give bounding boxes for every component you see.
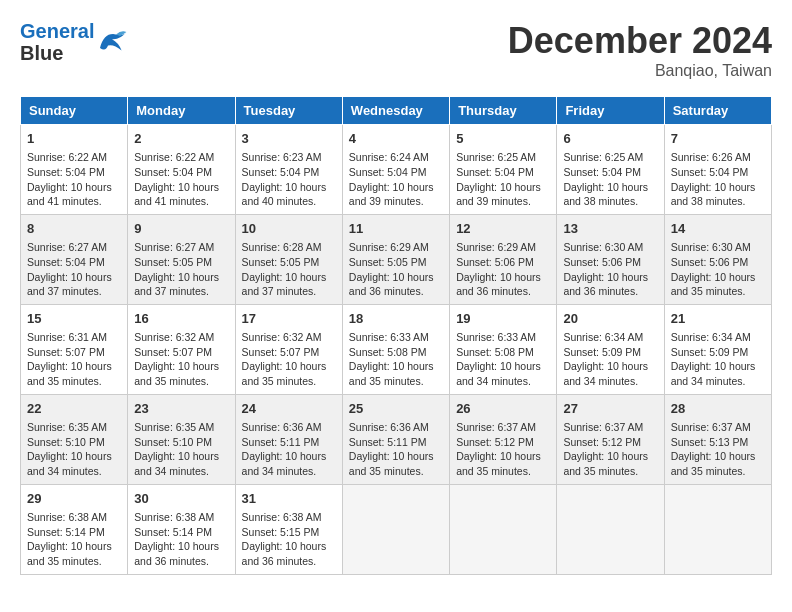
sunrise-text: Sunrise: 6:33 AM [456, 330, 550, 345]
calendar-week-row: 1 Sunrise: 6:22 AM Sunset: 5:04 PM Dayli… [21, 125, 772, 215]
calendar-cell: 15 Sunrise: 6:31 AM Sunset: 5:07 PM Dayl… [21, 304, 128, 394]
day-number: 29 [27, 490, 121, 508]
calendar-cell [557, 484, 664, 574]
calendar-cell: 21 Sunrise: 6:34 AM Sunset: 5:09 PM Dayl… [664, 304, 771, 394]
day-number: 16 [134, 310, 228, 328]
sunset-text: Sunset: 5:06 PM [563, 255, 657, 270]
title-block: December 2024 Banqiao, Taiwan [508, 20, 772, 80]
sunrise-text: Sunrise: 6:33 AM [349, 330, 443, 345]
sunset-text: Sunset: 5:04 PM [349, 165, 443, 180]
day-number: 15 [27, 310, 121, 328]
calendar-cell: 9 Sunrise: 6:27 AM Sunset: 5:05 PM Dayli… [128, 214, 235, 304]
day-number: 7 [671, 130, 765, 148]
sunrise-text: Sunrise: 6:22 AM [27, 150, 121, 165]
logo: GeneralBlue [20, 20, 128, 64]
sunrise-text: Sunrise: 6:36 AM [349, 420, 443, 435]
daylight-text: Daylight: 10 hours and 36 minutes. [456, 270, 550, 299]
sunset-text: Sunset: 5:11 PM [242, 435, 336, 450]
logo-text: GeneralBlue [20, 20, 94, 64]
sunset-text: Sunset: 5:12 PM [456, 435, 550, 450]
calendar-cell: 31 Sunrise: 6:38 AM Sunset: 5:15 PM Dayl… [235, 484, 342, 574]
calendar-table: SundayMondayTuesdayWednesdayThursdayFrid… [20, 96, 772, 575]
daylight-text: Daylight: 10 hours and 35 minutes. [563, 449, 657, 478]
sunset-text: Sunset: 5:04 PM [27, 165, 121, 180]
calendar-cell: 18 Sunrise: 6:33 AM Sunset: 5:08 PM Dayl… [342, 304, 449, 394]
daylight-text: Daylight: 10 hours and 35 minutes. [27, 359, 121, 388]
sunrise-text: Sunrise: 6:34 AM [671, 330, 765, 345]
sunrise-text: Sunrise: 6:32 AM [134, 330, 228, 345]
calendar-cell: 3 Sunrise: 6:23 AM Sunset: 5:04 PM Dayli… [235, 125, 342, 215]
daylight-text: Daylight: 10 hours and 38 minutes. [563, 180, 657, 209]
day-number: 5 [456, 130, 550, 148]
day-number: 13 [563, 220, 657, 238]
sunrise-text: Sunrise: 6:29 AM [349, 240, 443, 255]
daylight-text: Daylight: 10 hours and 36 minutes. [349, 270, 443, 299]
sunrise-text: Sunrise: 6:32 AM [242, 330, 336, 345]
day-number: 12 [456, 220, 550, 238]
sunrise-text: Sunrise: 6:35 AM [27, 420, 121, 435]
daylight-text: Daylight: 10 hours and 38 minutes. [671, 180, 765, 209]
day-number: 31 [242, 490, 336, 508]
sunset-text: Sunset: 5:09 PM [671, 345, 765, 360]
calendar-week-row: 29 Sunrise: 6:38 AM Sunset: 5:14 PM Dayl… [21, 484, 772, 574]
day-number: 21 [671, 310, 765, 328]
calendar-cell: 29 Sunrise: 6:38 AM Sunset: 5:14 PM Dayl… [21, 484, 128, 574]
page-header: GeneralBlue December 2024 Banqiao, Taiwa… [20, 20, 772, 80]
sunset-text: Sunset: 5:11 PM [349, 435, 443, 450]
daylight-text: Daylight: 10 hours and 34 minutes. [563, 359, 657, 388]
weekday-header: Tuesday [235, 97, 342, 125]
day-number: 2 [134, 130, 228, 148]
sunset-text: Sunset: 5:04 PM [242, 165, 336, 180]
calendar-week-row: 22 Sunrise: 6:35 AM Sunset: 5:10 PM Dayl… [21, 394, 772, 484]
daylight-text: Daylight: 10 hours and 35 minutes. [671, 270, 765, 299]
daylight-text: Daylight: 10 hours and 37 minutes. [242, 270, 336, 299]
sunset-text: Sunset: 5:05 PM [242, 255, 336, 270]
sunrise-text: Sunrise: 6:31 AM [27, 330, 121, 345]
sunrise-text: Sunrise: 6:38 AM [242, 510, 336, 525]
calendar-cell: 6 Sunrise: 6:25 AM Sunset: 5:04 PM Dayli… [557, 125, 664, 215]
sunset-text: Sunset: 5:06 PM [671, 255, 765, 270]
daylight-text: Daylight: 10 hours and 35 minutes. [349, 449, 443, 478]
calendar-cell [664, 484, 771, 574]
day-number: 6 [563, 130, 657, 148]
daylight-text: Daylight: 10 hours and 41 minutes. [134, 180, 228, 209]
calendar-cell [450, 484, 557, 574]
weekday-header: Friday [557, 97, 664, 125]
day-number: 14 [671, 220, 765, 238]
day-number: 11 [349, 220, 443, 238]
daylight-text: Daylight: 10 hours and 36 minutes. [242, 539, 336, 568]
day-number: 30 [134, 490, 228, 508]
sunset-text: Sunset: 5:04 PM [456, 165, 550, 180]
sunrise-text: Sunrise: 6:27 AM [134, 240, 228, 255]
logo-bird-icon [96, 28, 128, 56]
sunrise-text: Sunrise: 6:22 AM [134, 150, 228, 165]
calendar-cell: 26 Sunrise: 6:37 AM Sunset: 5:12 PM Dayl… [450, 394, 557, 484]
location: Banqiao, Taiwan [508, 62, 772, 80]
calendar-cell: 2 Sunrise: 6:22 AM Sunset: 5:04 PM Dayli… [128, 125, 235, 215]
sunset-text: Sunset: 5:08 PM [349, 345, 443, 360]
calendar-cell: 16 Sunrise: 6:32 AM Sunset: 5:07 PM Dayl… [128, 304, 235, 394]
sunrise-text: Sunrise: 6:35 AM [134, 420, 228, 435]
sunrise-text: Sunrise: 6:29 AM [456, 240, 550, 255]
calendar-week-row: 8 Sunrise: 6:27 AM Sunset: 5:04 PM Dayli… [21, 214, 772, 304]
daylight-text: Daylight: 10 hours and 36 minutes. [563, 270, 657, 299]
daylight-text: Daylight: 10 hours and 34 minutes. [134, 449, 228, 478]
weekday-header: Sunday [21, 97, 128, 125]
daylight-text: Daylight: 10 hours and 34 minutes. [456, 359, 550, 388]
daylight-text: Daylight: 10 hours and 35 minutes. [27, 539, 121, 568]
sunrise-text: Sunrise: 6:30 AM [563, 240, 657, 255]
sunset-text: Sunset: 5:04 PM [563, 165, 657, 180]
calendar-cell: 24 Sunrise: 6:36 AM Sunset: 5:11 PM Dayl… [235, 394, 342, 484]
sunset-text: Sunset: 5:12 PM [563, 435, 657, 450]
sunrise-text: Sunrise: 6:36 AM [242, 420, 336, 435]
daylight-text: Daylight: 10 hours and 34 minutes. [27, 449, 121, 478]
daylight-text: Daylight: 10 hours and 35 minutes. [134, 359, 228, 388]
daylight-text: Daylight: 10 hours and 35 minutes. [349, 359, 443, 388]
daylight-text: Daylight: 10 hours and 39 minutes. [456, 180, 550, 209]
calendar-cell: 22 Sunrise: 6:35 AM Sunset: 5:10 PM Dayl… [21, 394, 128, 484]
calendar-cell: 25 Sunrise: 6:36 AM Sunset: 5:11 PM Dayl… [342, 394, 449, 484]
calendar-cell: 12 Sunrise: 6:29 AM Sunset: 5:06 PM Dayl… [450, 214, 557, 304]
calendar-cell: 30 Sunrise: 6:38 AM Sunset: 5:14 PM Dayl… [128, 484, 235, 574]
sunset-text: Sunset: 5:05 PM [134, 255, 228, 270]
sunset-text: Sunset: 5:10 PM [27, 435, 121, 450]
